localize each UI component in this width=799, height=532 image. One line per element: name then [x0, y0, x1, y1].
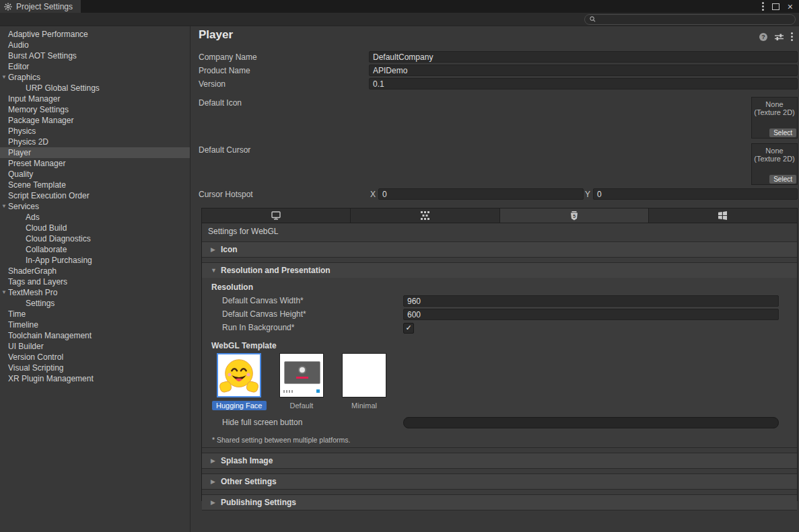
- sidebar-item-cloud-build[interactable]: Cloud Build: [0, 223, 190, 233]
- product-name-label: Product Name: [199, 65, 250, 76]
- foldout-arrow-icon: ▶: [211, 246, 216, 253]
- sidebar-list: Adaptive PerformanceAudioBurst AOT Setti…: [0, 29, 190, 384]
- section-resolution-presentation: ▼ Resolution and Presentation Resolution…: [202, 262, 797, 448]
- sidebar-item-settings[interactable]: Settings: [0, 298, 190, 309]
- canvas-width-input[interactable]: [403, 295, 779, 307]
- sidebar-item-label: Memory Settings: [0, 104, 190, 115]
- foldout-arrow-icon[interactable]: ▼: [1, 201, 7, 212]
- sidebar-item-collaborate[interactable]: Collaborate: [0, 244, 190, 255]
- sidebar-item-graphics[interactable]: ▼Graphics: [0, 72, 190, 83]
- platform-tab-standalone[interactable]: [202, 208, 351, 223]
- sidebar-item-label: Tags and Layers: [0, 276, 190, 287]
- sidebar-item-tags-and-layers[interactable]: Tags and Layers: [0, 276, 190, 287]
- sidebar-item-package-manager[interactable]: Package Manager: [0, 115, 190, 126]
- sidebar-item-quality[interactable]: Quality: [0, 169, 190, 180]
- sidebar-item-label: Timeline: [0, 319, 190, 330]
- select-button[interactable]: Select: [769, 175, 796, 184]
- default-cursor-thumbnail[interactable]: None (Texture 2D) Select: [751, 143, 798, 185]
- sidebar-item-ads[interactable]: Ads: [0, 212, 190, 223]
- product-name-input[interactable]: [369, 65, 798, 76]
- hotspot-x-input[interactable]: [378, 188, 584, 200]
- sidebar-item-urp-global-settings[interactable]: URP Global Settings: [0, 83, 190, 93]
- sidebar-item-preset-manager[interactable]: Preset Manager: [0, 158, 190, 169]
- sidebar-item-player[interactable]: Player: [0, 147, 190, 158]
- canvas-width-label: Default Canvas Width*: [222, 296, 304, 305]
- sidebar-item-label: Player: [0, 147, 190, 158]
- webgl-template-hugging-face[interactable]: Hugging Face: [212, 353, 266, 410]
- sidebar-item-shadergraph[interactable]: ShaderGraph: [0, 266, 190, 276]
- webgl-template-minimal[interactable]: Minimal: [337, 353, 391, 410]
- search-field[interactable]: [584, 14, 796, 25]
- foldout-arrow-icon[interactable]: ▼: [1, 72, 7, 83]
- sidebar-item-label: UI Builder: [0, 341, 190, 352]
- presets-icon[interactable]: [775, 33, 784, 41]
- hide-fullscreen-input[interactable]: [403, 417, 779, 428]
- platform-tab-webgl[interactable]: 5: [500, 208, 649, 223]
- sidebar-item-label: Services: [0, 201, 190, 212]
- close-button[interactable]: ×: [788, 3, 793, 10]
- maximize-button[interactable]: [772, 3, 779, 10]
- sidebar-item-label: Physics: [0, 126, 190, 137]
- help-icon[interactable]: ?: [759, 33, 767, 41]
- sidebar-item-label: Scene Template: [0, 180, 190, 190]
- window-tab[interactable]: Project Settings: [0, 0, 81, 13]
- default-icon-thumbnail[interactable]: None (Texture 2D) Select: [751, 97, 798, 139]
- sidebar-item-physics[interactable]: Physics: [0, 126, 190, 137]
- sidebar-item-textmesh-pro[interactable]: ▼TextMesh Pro: [0, 287, 190, 298]
- sidebar-item-cloud-diagnostics[interactable]: Cloud Diagnostics: [0, 233, 190, 244]
- resolution-presentation-header[interactable]: ▼ Resolution and Presentation: [202, 263, 797, 278]
- sidebar-item-burst-aot-settings[interactable]: Burst AOT Settings: [0, 50, 190, 61]
- section-other-settings[interactable]: ▶ Other Settings: [202, 473, 797, 490]
- template-thumbnail[interactable]: [279, 353, 324, 397]
- sidebar-item-adaptive-performance[interactable]: Adaptive Performance: [0, 29, 190, 40]
- sidebar-item-label: Burst AOT Settings: [0, 50, 190, 61]
- run-in-background-checkbox[interactable]: ✓: [403, 323, 414, 334]
- sidebar-item-visual-scripting[interactable]: Visual Scripting: [0, 363, 190, 373]
- server-icon: [421, 211, 429, 220]
- select-button[interactable]: Select: [769, 128, 796, 137]
- sidebar-item-version-control[interactable]: Version Control: [0, 352, 190, 363]
- sidebar-item-label: Visual Scripting: [0, 363, 190, 373]
- default-template-footer: [283, 390, 320, 393]
- webgl-template-subheader: WebGL Template: [211, 341, 788, 350]
- sidebar-item-toolchain-management[interactable]: Toolchain Management: [0, 330, 190, 341]
- sidebar-item-label: Preset Manager: [0, 158, 190, 169]
- foldout-arrow-icon[interactable]: ▼: [1, 287, 7, 298]
- sidebar-item-label: ShaderGraph: [0, 266, 190, 276]
- sidebar-item-in-app-purchasing[interactable]: In-App Purchasing: [0, 255, 190, 266]
- template-thumbnail[interactable]: [217, 353, 261, 397]
- progress-bar: [296, 377, 308, 379]
- section-icon[interactable]: ▶ Icon: [202, 241, 797, 258]
- search-input[interactable]: [598, 15, 790, 24]
- sidebar-item-editor[interactable]: Editor: [0, 61, 190, 72]
- section-publishing-settings[interactable]: ▶ Publishing Settings: [202, 494, 797, 510]
- sidebar-item-input-manager[interactable]: Input Manager: [0, 93, 190, 104]
- sidebar-item-ui-builder[interactable]: UI Builder: [0, 341, 190, 352]
- sidebar-item-services[interactable]: ▼Services: [0, 201, 190, 212]
- sidebar-item-audio[interactable]: Audio: [0, 40, 190, 50]
- sidebar-item-memory-settings[interactable]: Memory Settings: [0, 104, 190, 115]
- platform-tab-dedicated-server[interactable]: [351, 208, 499, 223]
- window-title: Project Settings: [16, 2, 73, 11]
- sidebar-item-scene-template[interactable]: Scene Template: [0, 180, 190, 190]
- version-input[interactable]: [369, 78, 798, 89]
- sidebar-item-label: Script Execution Order: [0, 190, 190, 201]
- window-menu-button[interactable]: [762, 2, 764, 11]
- html5-icon: 5: [570, 211, 578, 221]
- sidebar-item-time[interactable]: Time: [0, 309, 190, 319]
- template-thumbnail[interactable]: [342, 353, 386, 397]
- sidebar-item-physics-2d[interactable]: Physics 2D: [0, 137, 190, 147]
- hotspot-y-input[interactable]: [593, 188, 798, 200]
- webgl-template-default[interactable]: Default: [275, 353, 328, 410]
- section-splash-image[interactable]: ▶ Splash Image: [202, 453, 797, 469]
- section-title: Icon: [221, 245, 238, 254]
- canvas-height-input[interactable]: [403, 309, 779, 320]
- section-title: Other Settings: [221, 477, 277, 486]
- more-options-button[interactable]: [791, 32, 793, 41]
- sidebar-item-timeline[interactable]: Timeline: [0, 319, 190, 330]
- sidebar-item-label: Physics 2D: [0, 137, 190, 147]
- sidebar-item-script-execution-order[interactable]: Script Execution Order: [0, 190, 190, 201]
- company-name-input[interactable]: [369, 51, 798, 63]
- sidebar-item-xr-plugin-management[interactable]: XR Plugin Management: [0, 373, 190, 384]
- platform-tab-windows[interactable]: [649, 208, 797, 223]
